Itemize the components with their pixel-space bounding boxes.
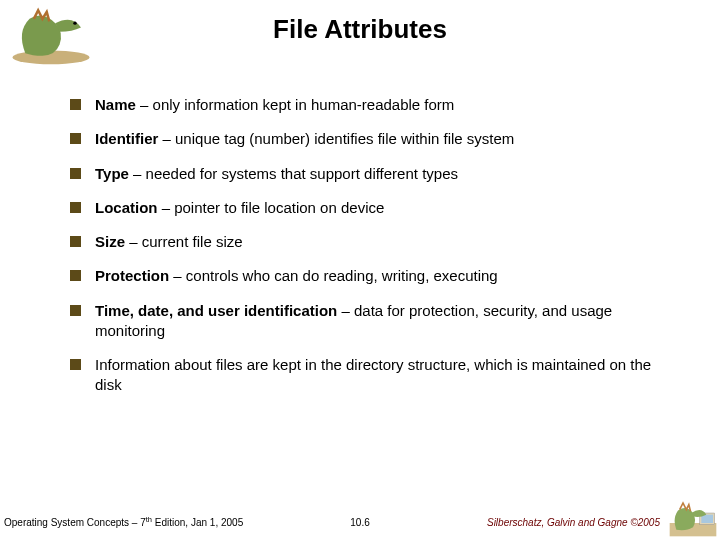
list-item: Location – pointer to file location on d…	[70, 198, 670, 218]
list-item: Name – only information kept in human-re…	[70, 95, 670, 115]
square-bullet-icon	[70, 133, 81, 144]
slide-footer: Operating System Concepts – 7th Edition,…	[0, 512, 720, 532]
square-bullet-icon	[70, 305, 81, 316]
slide: File Attributes Name – only information …	[0, 0, 720, 540]
item-text: Information about files are kept in the …	[95, 355, 670, 396]
slide-title: File Attributes	[0, 14, 720, 45]
item-text: Name – only information kept in human-re…	[95, 95, 670, 115]
square-bullet-icon	[70, 168, 81, 179]
list-item: Identifier – unique tag (number) identif…	[70, 129, 670, 149]
list-item: Information about files are kept in the …	[70, 355, 670, 396]
list-item: Protection – controls who can do reading…	[70, 266, 670, 286]
item-text: Time, date, and user identification – da…	[95, 301, 670, 342]
footer-right: Silberschatz, Galvin and Gagne ©2005	[487, 517, 660, 528]
item-text: Type – needed for systems that support d…	[95, 164, 670, 184]
square-bullet-icon	[70, 236, 81, 247]
item-text: Location – pointer to file location on d…	[95, 198, 670, 218]
square-bullet-icon	[70, 202, 81, 213]
square-bullet-icon	[70, 99, 81, 110]
square-bullet-icon	[70, 270, 81, 281]
dinosaur-illustration-bottom	[668, 498, 718, 538]
list-item: Time, date, and user identification – da…	[70, 301, 670, 342]
list-item: Size – current file size	[70, 232, 670, 252]
item-text: Protection – controls who can do reading…	[95, 266, 670, 286]
slide-body: Name – only information kept in human-re…	[70, 95, 670, 410]
list-item: Type – needed for systems that support d…	[70, 164, 670, 184]
item-text: Size – current file size	[95, 232, 670, 252]
square-bullet-icon	[70, 359, 81, 370]
item-text: Identifier – unique tag (number) identif…	[95, 129, 670, 149]
